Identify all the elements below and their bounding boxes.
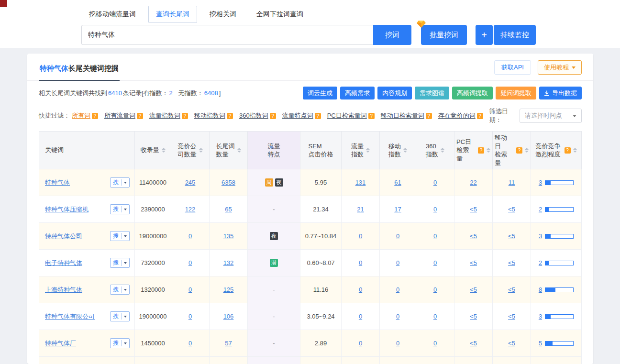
index-360-link[interactable]: 0 <box>433 232 437 240</box>
question-words-button[interactable]: 疑问词提取 <box>496 87 536 99</box>
demand-map-button[interactable]: 需求图谱 <box>415 87 449 99</box>
keyword-search-input[interactable] <box>81 25 373 45</box>
competition-link[interactable]: 3 <box>539 232 542 240</box>
keyword-link[interactable]: 上海特种气体 <box>45 286 82 294</box>
total-records-link[interactable]: 6410 <box>108 89 122 97</box>
word-cloud-button[interactable]: 词云生成 <box>303 87 337 99</box>
content-plan-button[interactable]: 内容规划 <box>377 87 412 99</box>
quick-search-button[interactable]: 搜 <box>110 311 130 321</box>
flow-index-link[interactable]: 0 <box>359 313 362 320</box>
flow-index-link[interactable]: 21 <box>357 206 364 213</box>
keyword-link[interactable]: 特种气体压缩机 <box>45 205 89 214</box>
longtail-count-link[interactable]: 125 <box>223 286 234 293</box>
filter-link[interactable]: 流量特点词 <box>282 111 313 120</box>
keyword-link[interactable]: 电子特种气体 <box>45 259 82 267</box>
sort-icon[interactable] <box>441 148 444 153</box>
pc-daily-search-link[interactable]: <5 <box>470 206 477 213</box>
help-icon[interactable]: ? <box>270 113 276 119</box>
longtail-count-link[interactable]: 106 <box>223 313 234 320</box>
help-icon[interactable]: ? <box>426 113 432 119</box>
help-icon[interactable]: ? <box>227 113 233 119</box>
mobile-daily-search-link[interactable]: <5 <box>508 286 515 293</box>
filter-link[interactable]: 移动日检索量词 <box>381 111 424 120</box>
help-icon[interactable]: ? <box>565 147 571 154</box>
sort-icon[interactable] <box>366 148 370 153</box>
tab-longtail-query[interactable]: 查询长尾词 <box>148 6 197 23</box>
flow-index-link[interactable]: 0 <box>359 259 362 266</box>
competition-link[interactable]: 5 <box>539 340 542 347</box>
index-360-link[interactable]: 0 <box>433 259 437 266</box>
sort-icon[interactable] <box>487 148 490 153</box>
sort-icon[interactable] <box>237 148 241 153</box>
quick-search-button[interactable]: 搜 <box>110 338 130 348</box>
keyword-link[interactable]: 特种气体有限公司 <box>45 312 95 321</box>
filter-link[interactable]: 流量指数词 <box>149 111 180 120</box>
bid-companies-link[interactable]: 0 <box>188 340 192 347</box>
quick-search-button[interactable]: 搜 <box>110 231 130 241</box>
index-360-link[interactable]: 0 <box>433 179 437 186</box>
help-icon[interactable]: ? <box>478 147 484 154</box>
high-freq-extract-button[interactable]: 高频词提取 <box>452 87 493 99</box>
index-360-link[interactable]: 0 <box>433 206 437 213</box>
export-data-button[interactable]: 导出数据 <box>539 87 582 99</box>
filter-link[interactable]: 所有词 <box>72 111 90 120</box>
batch-dig-button[interactable]: 批量挖词 <box>421 25 467 45</box>
filter-link[interactable]: 360指数词 <box>239 111 268 120</box>
mobile-index-link[interactable]: 0 <box>396 286 399 293</box>
competition-link[interactable]: 2 <box>539 259 542 266</box>
dig-words-button[interactable]: 挖词 <box>373 25 411 45</box>
mobile-daily-search-link[interactable]: <5 <box>508 232 515 240</box>
mobile-index-link[interactable]: 0 <box>396 340 399 347</box>
mobile-daily-search-link[interactable]: <5 <box>508 259 515 266</box>
longtail-count-link[interactable]: 57 <box>225 340 232 347</box>
mobile-index-link[interactable]: 61 <box>394 179 401 186</box>
help-icon[interactable]: ? <box>477 113 483 119</box>
competition-link[interactable]: 8 <box>539 286 542 293</box>
bid-companies-link[interactable]: 245 <box>185 179 196 186</box>
pc-daily-search-link[interactable]: <5 <box>470 340 477 347</box>
tutorial-button[interactable]: 使用教程 <box>538 60 582 75</box>
mobile-index-link[interactable]: 17 <box>394 206 401 213</box>
longtail-count-link[interactable]: 65 <box>225 206 232 213</box>
without-index-count-link[interactable]: 6408 <box>204 89 218 97</box>
index-360-link[interactable]: 0 <box>433 340 437 347</box>
sort-icon[interactable] <box>162 148 166 153</box>
help-icon[interactable]: ? <box>368 113 375 119</box>
continuous-monitor-button[interactable]: 持续监控 <box>494 25 536 45</box>
help-icon[interactable]: ? <box>315 113 321 119</box>
tab-dropdown-words[interactable]: 全网下拉词查询 <box>249 6 311 23</box>
get-api-button[interactable]: 获取API <box>494 60 531 75</box>
index-360-link[interactable]: 0 <box>433 313 437 320</box>
sort-icon[interactable] <box>199 148 203 153</box>
help-icon[interactable]: ? <box>137 113 143 119</box>
pc-daily-search-link[interactable]: <5 <box>470 232 477 240</box>
pc-daily-search-link[interactable]: <5 <box>470 313 477 320</box>
competition-link[interactable]: 3 <box>539 179 542 186</box>
longtail-count-link[interactable]: 6358 <box>221 179 235 186</box>
mobile-daily-search-link[interactable]: 11 <box>509 179 515 186</box>
keyword-link[interactable]: 特种气体厂 <box>45 339 76 348</box>
keyword-link[interactable]: 特种气体 <box>45 178 70 187</box>
mobile-index-link[interactable]: 0 <box>396 232 399 240</box>
help-icon[interactable]: ? <box>92 113 98 119</box>
add-monitor-button[interactable]: + <box>476 25 493 45</box>
mobile-daily-search-link[interactable]: <5 <box>508 340 515 347</box>
filter-link[interactable]: 存在竞价的词 <box>438 111 476 120</box>
help-icon[interactable]: ? <box>182 113 188 119</box>
bid-companies-link[interactable]: 0 <box>188 286 192 293</box>
bid-companies-link[interactable]: 0 <box>188 232 192 240</box>
longtail-count-link[interactable]: 135 <box>223 232 234 240</box>
bid-companies-link[interactable]: 122 <box>185 206 196 213</box>
sort-icon[interactable] <box>525 148 529 153</box>
quick-search-button[interactable]: 搜 <box>110 285 130 295</box>
with-index-count-link[interactable]: 2 <box>169 89 173 97</box>
date-select[interactable]: 请选择时间点 <box>520 109 582 123</box>
longtail-count-link[interactable]: 132 <box>223 259 234 266</box>
mobile-daily-search-link[interactable]: <5 <box>508 206 515 213</box>
quick-search-button[interactable]: 搜 <box>110 258 130 268</box>
mobile-index-link[interactable]: 0 <box>396 259 399 266</box>
bid-companies-link[interactable]: 0 <box>188 259 192 266</box>
competition-link[interactable]: 3 <box>539 313 542 320</box>
filter-link[interactable]: 所有流量词 <box>104 111 135 120</box>
pc-daily-search-link[interactable]: <5 <box>470 259 477 266</box>
